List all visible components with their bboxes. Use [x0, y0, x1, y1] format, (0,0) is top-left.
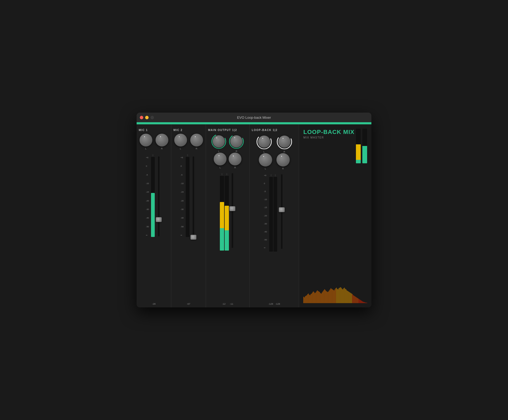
channel-mic2: MIC 2 L R: [171, 124, 206, 307]
spectrum-bar: [334, 290, 334, 303]
mic1-knob-l-label: L: [145, 147, 146, 150]
spectrum-bar: [327, 292, 328, 303]
spectrum-bar: [362, 301, 362, 303]
loopback-fader-section: +6 0 -5 -10 -15 -20 -30 -40 -50 ∞: [252, 172, 297, 305]
spectrum-container: [303, 287, 367, 303]
mic2-knob-r[interactable]: R: [190, 134, 203, 150]
mic1-knob-r[interactable]: R: [156, 134, 168, 150]
mic1-knob-r-label: R: [161, 147, 163, 150]
spectrum-bar: [315, 292, 316, 303]
spectrum-bar: [343, 288, 344, 303]
channel-main-output: MAIN OUTPUT 1|2 L: [206, 124, 250, 307]
title-bar: EVO Loop-back Mixer: [137, 113, 371, 122]
spectrum-bar: [361, 300, 362, 303]
main-output-label: MAIN OUTPUT 1|2: [208, 129, 237, 132]
mic2-fader-section: +6 0 -5 -10 -15 -20 -30 -40 -50 ∞: [173, 154, 204, 305]
spectrum-bar: [342, 289, 342, 303]
window-title: EVO Loop-back Mixer: [237, 116, 271, 120]
spectrum-bar: [323, 291, 323, 303]
spectrum-bar: [328, 291, 329, 303]
main-output-fader-section: -12 -11: [208, 171, 247, 305]
mic2-knob-row: L R: [174, 134, 203, 150]
spectrum-display: [303, 287, 367, 303]
spectrum-bar: [353, 295, 354, 303]
spectrum-bar: [357, 298, 358, 303]
spectrum-bar: [310, 295, 310, 303]
main-output-db-l: -12: [222, 303, 225, 305]
main-output-knob-l1[interactable]: L: [211, 134, 227, 153]
loopback-knob-r1[interactable]: R: [276, 134, 292, 153]
main-output-knob-r1[interactable]: R: [229, 134, 244, 153]
loopback-db-l: -128: [268, 303, 273, 305]
spectrum-bar: [364, 302, 365, 303]
spectrum-bar: [309, 295, 309, 303]
spectrum-bar: [341, 288, 342, 303]
loopback-fader-area: +6 0 -5 -10 -15 -20 -30 -40 -50 ∞: [252, 172, 297, 302]
main-output-fader-area: [208, 171, 247, 302]
spectrum-bar: [311, 294, 312, 303]
spectrum-bar: [340, 287, 341, 303]
spectrum-bar: [335, 289, 335, 303]
spectrum-bar: [363, 302, 364, 303]
spectrum-bar: [365, 302, 366, 303]
loopback-knob-row: L R: [256, 134, 292, 153]
spectrum-bar: [359, 299, 360, 303]
mic2-knob-r-label: R: [196, 147, 197, 150]
close-button[interactable]: [140, 116, 143, 119]
spectrum-bar: [312, 292, 313, 303]
mic2-fader-area: +6 0 -5 -10 -15 -20 -30 -40 -50 ∞: [173, 154, 204, 302]
main-output-knob-row: L R: [211, 134, 244, 153]
master-vu-meters: [356, 129, 367, 163]
maximize-button[interactable]: [150, 116, 154, 119]
main-output-knob-r2[interactable]: R: [229, 153, 241, 169]
spectrum-bar: [346, 289, 346, 303]
loopback-knob-l1[interactable]: L: [256, 134, 272, 153]
spectrum-bar: [350, 292, 350, 303]
spectrum-bar: [323, 290, 324, 303]
top-accent-bar: [137, 122, 371, 124]
spectrum-bar: [317, 290, 318, 303]
mic1-label: MIC 1: [139, 129, 148, 132]
spectrum-bar: [329, 290, 330, 303]
spectrum-bar: [331, 288, 331, 303]
spectrum-bar: [352, 294, 353, 303]
spectrum-bar: [308, 294, 309, 303]
spectrum-bar: [305, 296, 305, 303]
spectrum-bar: [343, 289, 343, 303]
spectrum-bar: [318, 291, 318, 303]
loopback-db-r: -128: [275, 303, 280, 305]
mic2-knob-l[interactable]: L: [174, 134, 187, 150]
spectrum-bar: [351, 294, 352, 303]
spectrum-bar: [330, 289, 330, 303]
spectrum-bar: [347, 291, 348, 303]
spectrum-bar: [335, 288, 336, 303]
mic2-knob-l-label: L: [180, 147, 181, 150]
spectrum-bar: [354, 296, 354, 303]
channel-loopback: LOOP-BACK 1|2 L: [250, 124, 299, 307]
spectrum-bar: [315, 293, 315, 303]
lbm-subtitle: MIX MASTER: [303, 136, 354, 139]
spectrum-bar: [324, 289, 325, 303]
spectrum-bar: [319, 291, 319, 303]
spectrum-bar: [319, 292, 320, 303]
spectrum-bar: [307, 294, 308, 303]
main-output-db-r: -11: [230, 303, 233, 305]
spectrum-bar: [306, 296, 306, 303]
mic1-knob-l[interactable]: L: [140, 134, 152, 150]
loopback-knob-l2[interactable]: L: [259, 153, 272, 170]
spectrum-bar: [355, 297, 356, 303]
loopback-knob-r2[interactable]: R: [276, 153, 290, 170]
spectrum-bar: [356, 297, 357, 303]
spectrum-bar: [313, 291, 313, 303]
spectrum-bar: [351, 293, 351, 303]
spectrum-bar: [336, 288, 337, 303]
minimize-button[interactable]: [145, 116, 149, 119]
window-controls: [140, 116, 154, 119]
spectrum-bar: [349, 292, 350, 303]
spectrum-bar: [344, 288, 345, 303]
main-output-knob-l2[interactable]: L: [214, 153, 227, 169]
mic2-label: MIC 2: [173, 129, 182, 132]
mic2-db: -67: [187, 303, 190, 305]
app-window: EVO Loop-back Mixer MIC 1 L: [137, 113, 371, 307]
spectrum-bar: [331, 289, 332, 303]
